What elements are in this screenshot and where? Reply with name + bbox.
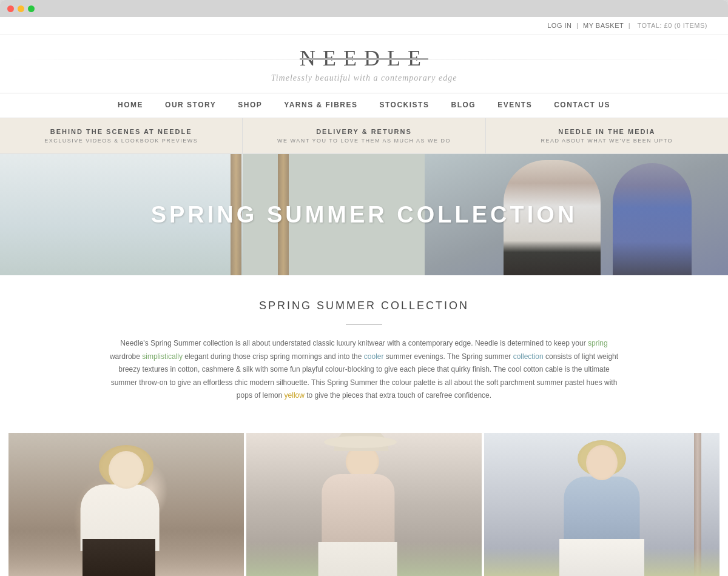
header: NEEDLE Timelessly beautiful with a conte… (0, 35, 728, 89)
nav-item-our-story[interactable]: OUR STORY (165, 101, 216, 109)
separator-1: | (576, 22, 578, 29)
photo-cell-1[interactable] (8, 433, 244, 576)
model-head-3 (586, 445, 618, 480)
section-title: SPRING SUMMER COLLECTION (109, 300, 619, 312)
highlight-yellow: yellow (285, 391, 305, 400)
info-banner-behind-scenes[interactable]: BEHIND THE SCENES AT NEEDLE EXCLUSIVE VI… (0, 118, 243, 153)
navigation: HOME OUR STORY SHOP YARNS & FIBRES STOCK… (0, 93, 728, 118)
nav-item-yarns-fibres[interactable]: YARNS & FIBRES (284, 101, 357, 109)
section-divider (346, 324, 382, 325)
model-legs-1 (83, 539, 155, 576)
info-banner-behind-scenes-title: BEHIND THE SCENES AT NEEDLE (12, 128, 230, 135)
hero-banner: SPRING SUMMER COLLECTION (0, 154, 728, 275)
browser-dot-maximize[interactable] (28, 5, 35, 12)
login-link[interactable]: LOG IN (547, 22, 571, 29)
content-section: SPRING SUMMER COLLECTION Needle's Spring… (91, 275, 637, 421)
highlight-simplistically: simplistically (142, 352, 183, 361)
section-body-text: Needle's Spring Summer collection is all… (109, 337, 619, 403)
top-bar: LOG IN | MY BASKET | TOTAL: £0 (0 ITEMS) (0, 17, 728, 35)
nav-item-contact-us[interactable]: CONTACT US (554, 101, 610, 109)
info-banner-behind-scenes-sub: EXCLUSIVE VIDEOS & LOOKBOOK PREVIEWS (12, 138, 230, 144)
nav-item-blog[interactable]: BLOG (451, 101, 476, 109)
nav-item-shop[interactable]: SHOP (238, 101, 262, 109)
info-banner-media-sub: READ ABOUT WHAT WE'VE BEEN UPTO (498, 138, 716, 144)
model-silhouette-2 (613, 163, 692, 275)
highlight-spring: spring (588, 339, 608, 347)
info-banners: BEHIND THE SCENES AT NEEDLE EXCLUSIVE VI… (0, 118, 728, 154)
browser-window: LOG IN | MY BASKET | TOTAL: £0 (0 ITEMS)… (0, 0, 728, 576)
model-body-3 (564, 477, 640, 549)
info-banner-media[interactable]: NEEDLE IN THE MEDIA READ ABOUT WHAT WE'V… (486, 118, 728, 153)
model-body-2 (322, 474, 394, 553)
basket-link[interactable]: MY BASKET (583, 22, 624, 29)
model-skirt-3 (559, 539, 644, 576)
model-skirt-2 (318, 542, 397, 576)
separator-2: | (629, 22, 633, 29)
nav-item-home[interactable]: HOME (118, 101, 143, 109)
logo[interactable]: NEEDLE (0, 45, 728, 71)
info-banner-delivery[interactable]: DELIVERY & RETURNS WE WANT YOU TO LOVE T… (243, 118, 485, 153)
highlight-collection: collection (513, 352, 544, 361)
basket-total: TOTAL: £0 (0 ITEMS) (638, 22, 707, 29)
photo-cell-2[interactable] (246, 433, 482, 576)
website-content: LOG IN | MY BASKET | TOTAL: £0 (0 ITEMS)… (0, 17, 728, 576)
nav-item-events[interactable]: EVENTS (497, 101, 532, 109)
nav-item-stockists[interactable]: STOCKISTS (380, 101, 430, 109)
browser-dot-minimize[interactable] (18, 5, 24, 12)
model-hat-brim (324, 436, 397, 448)
browser-dot-close[interactable] (7, 5, 14, 12)
highlight-cooler: cooler (364, 352, 384, 361)
info-banner-media-title: NEEDLE IN THE MEDIA (498, 128, 716, 135)
info-banner-delivery-sub: WE WANT YOU TO LOVE THEM AS MUCH AS WE D… (255, 138, 473, 144)
photo-grid (0, 421, 728, 576)
info-banner-delivery-title: DELIVERY & RETURNS (255, 128, 473, 135)
header-line (0, 59, 728, 59)
hero-text: SPRING SUMMER COLLECTION (151, 202, 578, 228)
model-head-1 (109, 451, 144, 489)
browser-chrome (0, 0, 728, 17)
tagline: Timelessly beautiful with a contemporary… (0, 73, 728, 83)
photo-cell-3[interactable] (484, 433, 720, 576)
